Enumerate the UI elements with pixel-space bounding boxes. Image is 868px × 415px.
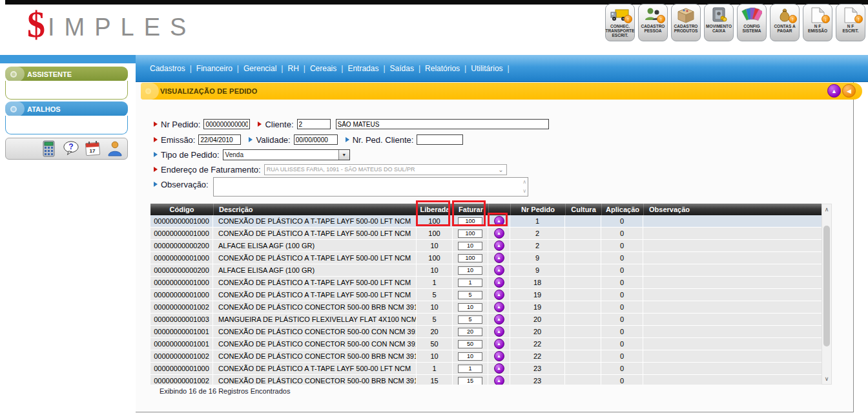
col-header-cultura[interactable]: Cultura: [565, 204, 601, 215]
table-row[interactable]: 00000000001001CONEXÃO DE PLÁSTICO CONECT…: [150, 326, 822, 338]
sidebar-panel-atalhos[interactable]: ATALHOS: [5, 101, 128, 116]
cliente-code-input[interactable]: [297, 119, 331, 129]
menu-item-saidas[interactable]: Saídas: [390, 64, 414, 73]
cell-codigo: 00000000001000: [150, 363, 213, 374]
row-action-button[interactable]: ▲: [494, 290, 504, 300]
col-header-observacao[interactable]: Observação: [643, 204, 822, 215]
table-row[interactable]: 00000000001003MANGUEIRA DE PLÁSTICO FLEX…: [150, 314, 822, 326]
cell-observacao: [643, 277, 822, 288]
cliente-name-input[interactable]: [336, 119, 549, 129]
row-action-button[interactable]: ▲: [494, 351, 504, 361]
faturar-input[interactable]: [458, 266, 482, 275]
col-header-descricao[interactable]: Descrição: [213, 204, 417, 215]
nr-ped-cliente-input[interactable]: [417, 134, 463, 145]
table-scrollbar[interactable]: ∧ ∨: [822, 204, 832, 385]
help-icon[interactable]: ?: [63, 140, 79, 157]
row-action-button[interactable]: ▲: [494, 216, 504, 226]
faturar-input[interactable]: [458, 377, 482, 385]
cadastro-produtos-button[interactable]: CADASTROPRODUTOS: [671, 4, 701, 41]
menu-item-entradas[interactable]: Entradas: [347, 64, 378, 73]
cell-action: ▲: [488, 338, 510, 350]
table-row[interactable]: 00000000000200ALFACE ELISA AGF (100 GR)1…: [150, 264, 822, 277]
faturar-input[interactable]: [458, 352, 482, 361]
table-row[interactable]: 00000000001000CONEXÃO DE PLÁSTICO A T-TA…: [150, 228, 822, 240]
sidebar-panel-assistente[interactable]: ASSISTENTE: [5, 67, 128, 81]
nf-escrit-button[interactable]: ↑N FESCRIT.: [836, 4, 865, 41]
menu-item-rh[interactable]: RH: [287, 64, 298, 73]
col-header-liberada[interactable]: Liberada: [417, 204, 453, 215]
calculator-icon[interactable]: [41, 140, 57, 157]
faturar-input[interactable]: [458, 254, 482, 262]
faturar-input[interactable]: [458, 315, 482, 324]
collapse-button[interactable]: ▲: [827, 84, 841, 98]
nr-pedido-label: Nr Pedido:: [161, 120, 200, 129]
cadastro-pessoa-button[interactable]: ↑CADASTROPESSOA: [638, 4, 668, 41]
row-action-button[interactable]: ▲: [494, 253, 504, 263]
cell-action: ▲: [488, 252, 510, 264]
table-row[interactable]: 00000000001000CONEXÃO DE PLÁSTICO A T-TA…: [150, 363, 822, 375]
config-sistema-button[interactable]: CONFIGSISTEMA: [737, 4, 767, 41]
nr-ped-cliente-label: Nr. Ped. Cliente:: [353, 135, 414, 145]
row-action-button[interactable]: ▲: [494, 339, 504, 349]
cell-faturar: [453, 240, 488, 251]
faturar-input[interactable]: [458, 340, 482, 348]
movimento-caixa-button[interactable]: MOVIMENTOCAIXA: [704, 4, 734, 41]
table-row[interactable]: 00000000001000CONEXÃO DE PLÁSTICO A T-TA…: [150, 289, 822, 301]
table-row[interactable]: 00000000001002CONEXÃO DE PLÁSTICO CONECT…: [150, 350, 822, 363]
row-action-button[interactable]: ▲: [494, 314, 504, 325]
back-button[interactable]: ◀: [842, 84, 856, 98]
tipo-pedido-select[interactable]: Venda ▼: [223, 149, 350, 160]
row-action-button[interactable]: ▲: [494, 240, 504, 251]
scroll-up-icon[interactable]: ∧: [822, 206, 831, 213]
table-row[interactable]: 00000000001000CONEXÃO DE PLÁSTICO A T-TA…: [150, 252, 822, 264]
menu-item-relatorios[interactable]: Relatórios: [425, 64, 460, 73]
row-action-button[interactable]: ▲: [494, 326, 504, 337]
col-header-aplicacao[interactable]: Aplicação: [601, 204, 643, 215]
menu-item-cereais[interactable]: Cereais: [310, 64, 336, 73]
row-action-button[interactable]: ▲: [494, 265, 504, 275]
scroll-down-icon[interactable]: ∨: [822, 376, 831, 382]
row-action-button[interactable]: ▲: [494, 363, 504, 374]
emissao-input[interactable]: [198, 134, 241, 145]
scrollbar-thumb[interactable]: [823, 226, 830, 346]
faturar-input[interactable]: [458, 229, 482, 238]
observacao-textarea[interactable]: ∧ ∨: [213, 177, 528, 197]
faturar-input[interactable]: [458, 303, 482, 312]
faturar-input[interactable]: [458, 365, 482, 373]
endereco-faturamento-select[interactable]: RUA ULISSES FARIA, 1091 - SÃO MATEUS DO …: [264, 164, 507, 175]
table-row[interactable]: 00000000000200ALFACE ELISA AGF (100 GR)1…: [150, 240, 822, 252]
menu-item-financeiro[interactable]: Financeiro: [196, 64, 232, 73]
textarea-scroll-down-icon[interactable]: ∨: [522, 189, 526, 194]
table-row[interactable]: 00000000001001CONEXÃO DE PLÁSTICO CONECT…: [150, 338, 822, 350]
faturar-input[interactable]: [458, 242, 482, 250]
menu-item-gerencial[interactable]: Gerencial: [243, 64, 276, 73]
table-row[interactable]: 00000000001002CONEXÃO DE PLÁSTICO CONECT…: [150, 375, 822, 385]
row-action-button[interactable]: ▲: [494, 376, 504, 385]
menu-item-cadastros[interactable]: Cadastros: [150, 64, 185, 73]
conhec-transporte-escrit-button[interactable]: ↑CONHEC.TRANSPORTEESCRIT.: [605, 4, 635, 41]
row-action-button[interactable]: ▲: [494, 277, 504, 288]
faturar-input[interactable]: [458, 279, 482, 287]
col-header-faturar[interactable]: Faturar: [453, 204, 488, 215]
faturar-input[interactable]: [458, 291, 482, 299]
nr-pedido-input[interactable]: [203, 119, 250, 129]
textarea-scroll-up-icon[interactable]: ∧: [522, 180, 526, 185]
faturar-input[interactable]: [458, 217, 482, 226]
col-header-codigo[interactable]: Código: [150, 204, 213, 215]
validade-input[interactable]: [294, 134, 338, 145]
table-row[interactable]: 00000000001000CONEXÃO DE PLÁSTICO A T-TA…: [150, 277, 822, 289]
faturar-input[interactable]: [458, 328, 482, 336]
menu-item-utilitarios[interactable]: Utilitários: [471, 64, 502, 73]
row-action-button[interactable]: ▲: [494, 302, 504, 312]
nf-emissao-button[interactable]: ↓N FEMISSÃO: [803, 4, 832, 41]
calendar-icon[interactable]: 17: [85, 140, 101, 157]
table-row[interactable]: 00000000001000CONEXÃO DE PLÁSTICO A T-TA…: [150, 215, 822, 228]
user-icon[interactable]: [107, 140, 123, 157]
order-items-table: Código Descrição Liberada Faturar Nr Ped…: [150, 204, 822, 385]
cell-codigo: 00000000001000: [150, 252, 213, 264]
table-row[interactable]: 00000000001002CONEXÃO DE PLÁSTICO CONECT…: [150, 301, 822, 314]
row-action-button[interactable]: ▲: [494, 228, 504, 239]
cell-cultura: [565, 350, 601, 362]
contas-a-pagar-button[interactable]: ↑CONTAS APAGAR: [770, 4, 800, 41]
col-header-nr-pedido[interactable]: Nr Pedido: [510, 204, 565, 215]
